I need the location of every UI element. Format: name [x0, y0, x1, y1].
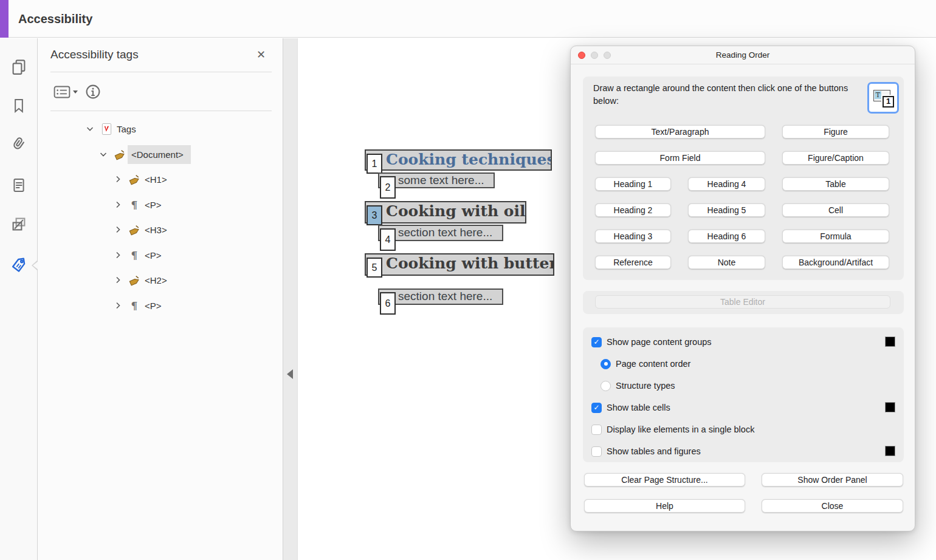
page-title: Accessibility — [18, 0, 92, 38]
tree-row-h1[interactable]: <H1> — [113, 170, 167, 188]
collapse-panel-arrow-icon[interactable] — [287, 369, 293, 379]
heading-2-button[interactable]: Heading 2 — [595, 203, 671, 217]
panel-splitter[interactable] — [283, 38, 298, 560]
clear-page-structure-button[interactable]: Clear Page Structure... — [584, 473, 745, 487]
color-swatch[interactable] — [885, 446, 895, 456]
info-button[interactable] — [84, 83, 102, 101]
chevron-right-icon[interactable] — [113, 200, 123, 210]
color-swatch[interactable] — [885, 402, 895, 412]
paragraph-icon: ¶ — [128, 249, 140, 261]
text-paragraph-button[interactable]: Text/Paragraph — [595, 125, 765, 138]
option-show-table-cells: ✓ Show table cells — [591, 401, 895, 414]
option-structure-types: Structure types — [591, 380, 895, 392]
dialog-title: Reading Order — [571, 46, 915, 64]
formula-button[interactable]: Formula — [782, 230, 889, 243]
form-field-button[interactable]: Form Field — [595, 151, 765, 165]
chevron-right-icon[interactable] — [113, 250, 123, 260]
checkbox[interactable]: ✓ — [591, 425, 602, 435]
reading-order-badge[interactable]: 3 — [366, 205, 382, 225]
chevron-right-icon[interactable] — [113, 225, 123, 234]
paperclip-icon — [10, 135, 28, 154]
content-region-paragraph3[interactable]: section text here... 6 — [378, 289, 503, 305]
checkbox[interactable]: ✓ — [591, 446, 602, 457]
radio-button[interactable] — [600, 381, 611, 391]
color-swatch[interactable] — [885, 336, 895, 347]
sidebar-item-page-content[interactable] — [0, 172, 38, 199]
sidebar-item-page-thumbnails[interactable] — [0, 53, 38, 80]
sidebar-item-reading-order[interactable] — [0, 211, 38, 237]
chevron-right-icon[interactable] — [113, 174, 123, 184]
close-button[interactable]: Close — [762, 499, 903, 513]
content-region-paragraph2[interactable]: section text here... 4 — [378, 225, 503, 241]
sidebar-item-attachments[interactable] — [0, 131, 38, 158]
tree-label: <Document> — [128, 145, 191, 164]
tree-row-p2[interactable]: ¶ <P> — [113, 246, 162, 264]
dialog-titlebar[interactable]: Reading Order — [571, 46, 915, 64]
content-region-heading3[interactable]: Cooking with butter 5 — [365, 253, 554, 276]
checkbox[interactable]: ✓ — [591, 337, 602, 347]
heading-6-button[interactable]: Heading 6 — [688, 230, 765, 243]
note-button[interactable]: Note — [688, 256, 765, 269]
content-region-heading2[interactable]: Cooking with oil 3 — [365, 201, 526, 224]
show-order-panel-button[interactable]: Show Order Panel — [762, 473, 903, 487]
tree-row-h3[interactable]: <H3> — [113, 220, 167, 239]
tag-icon — [9, 256, 29, 275]
tag-icon — [128, 274, 140, 286]
reading-order-badge[interactable]: 2 — [380, 176, 396, 199]
close-icon[interactable]: ✕ — [256, 49, 266, 61]
cell-button[interactable]: Cell — [782, 203, 889, 217]
checkbox[interactable]: ✓ — [591, 403, 602, 413]
reading-order-badge[interactable]: 1 — [366, 154, 382, 174]
background-artifact-button[interactable]: Background/Artifact — [782, 256, 889, 269]
chevron-right-icon[interactable] — [113, 301, 123, 310]
heading-5-button[interactable]: Heading 5 — [688, 203, 765, 217]
table-editor-group: Table Editor — [583, 291, 904, 314]
divider — [50, 72, 272, 72]
radio-button[interactable] — [600, 359, 611, 369]
figure-caption-button[interactable]: Figure/Caption — [782, 151, 889, 165]
table-editor-button[interactable]: Table Editor — [595, 295, 890, 309]
tag-icon — [128, 173, 140, 185]
reading-order-badge[interactable]: 5 — [366, 258, 382, 278]
heading-3-button[interactable]: Heading 3 — [595, 230, 671, 243]
option-display-like-elements: ✓ Display like elements in a single bloc… — [591, 423, 895, 435]
figure-button[interactable]: Figure — [782, 125, 889, 138]
paragraph-text: section text here... — [379, 290, 502, 302]
heading-text: Cooking with oil — [366, 202, 525, 220]
tree-label: <H1> — [145, 174, 167, 185]
help-button[interactable]: Help — [584, 499, 745, 513]
heading-text: Cooking techniques — [366, 151, 551, 168]
content-region-paragraph1[interactable]: some text here... 2 — [378, 172, 495, 188]
reading-order-badge[interactable]: 6 — [380, 292, 396, 315]
divider — [50, 111, 272, 111]
chevron-right-icon[interactable] — [113, 275, 123, 285]
paragraph-text: section text here... — [379, 226, 502, 239]
tree-row-p1[interactable]: ¶ <P> — [113, 196, 162, 214]
option-label: Structure types — [616, 381, 675, 391]
content-region-heading1[interactable]: Cooking techniques 1 — [365, 149, 552, 171]
info-icon — [84, 83, 102, 101]
tree-label: <P> — [145, 250, 162, 261]
option-label: Display like elements in a single block — [607, 425, 754, 434]
heading-1-button[interactable]: Heading 1 — [595, 177, 671, 191]
heading-4-button[interactable]: Heading 4 — [688, 177, 765, 191]
heading-text: Cooking with butter — [366, 254, 553, 272]
table-button[interactable]: Table — [782, 177, 889, 191]
tree-row-document[interactable]: <Document> — [98, 145, 191, 163]
sidebar-item-bookmarks[interactable] — [0, 92, 38, 119]
reading-order-tool-icon[interactable]: T 1 — [867, 82, 899, 114]
tree-row-h2[interactable]: <H2> — [113, 271, 167, 289]
tree-label: <H2> — [145, 275, 167, 285]
chevron-down-icon[interactable] — [85, 124, 95, 134]
reference-button[interactable]: Reference — [595, 256, 671, 269]
tag-icon — [114, 148, 126, 160]
panel-title: Accessibility tags — [50, 48, 139, 61]
tree-row-tags[interactable]: Tags — [85, 120, 136, 138]
reading-order-badge[interactable]: 4 — [380, 228, 396, 251]
list-options-button[interactable] — [52, 84, 78, 100]
tree-label: <P> — [145, 200, 162, 210]
tree-row-p3[interactable]: ¶ <P> — [113, 296, 162, 315]
paragraph-text: some text here... — [379, 174, 494, 186]
chevron-down-icon[interactable] — [98, 149, 108, 159]
bookmark-icon — [10, 97, 27, 114]
